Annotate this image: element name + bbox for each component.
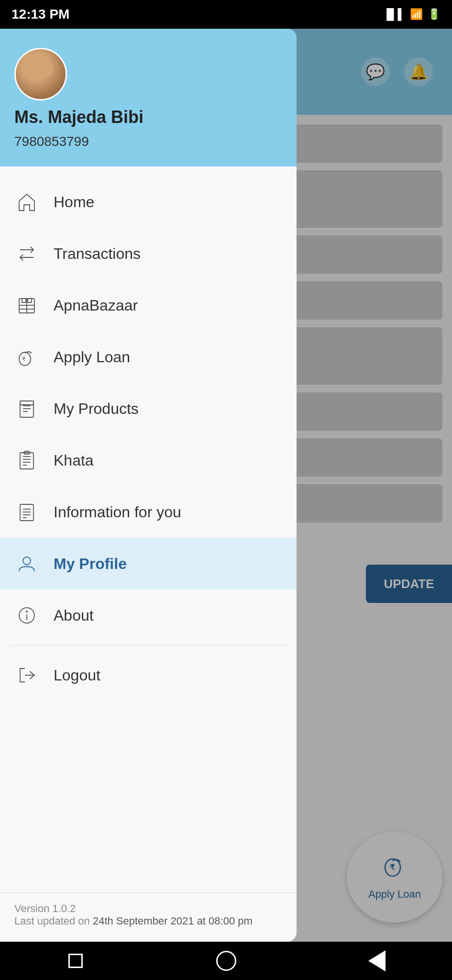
sidebar-item-apna-bazaar-label: ApnaBazaar <box>54 297 138 314</box>
version-label: Version 1.0.2 <box>14 902 76 914</box>
bazaar-icon <box>14 293 39 318</box>
sidebar-item-logout[interactable]: Logout <box>0 649 297 701</box>
battery-icon: 🔋 <box>428 8 441 21</box>
svg-rect-10 <box>20 401 33 417</box>
nav-square-icon <box>68 954 83 968</box>
last-updated: Last updated on 24th September 2021 at 0… <box>14 915 282 927</box>
nav-circle-icon <box>216 951 236 971</box>
nav-triangle-icon <box>368 950 386 971</box>
avatar <box>14 48 67 100</box>
nav-recents-btn[interactable] <box>363 947 391 975</box>
svg-point-26 <box>23 557 31 565</box>
transactions-icon <box>14 241 39 266</box>
drawer-header: Ms. Majeda Bibi 7980853799 <box>0 29 297 167</box>
sidebar-item-my-products[interactable]: My Products <box>0 383 297 434</box>
drawer-menu: Home Transactions <box>0 167 297 892</box>
sidebar-item-home[interactable]: Home <box>0 176 297 228</box>
drawer-footer: Version 1.0.2 Last updated on 24th Septe… <box>0 892 297 942</box>
svg-point-29 <box>26 611 28 612</box>
sidebar-item-my-products-label: My Products <box>54 400 139 418</box>
version-info: Version 1.0.2 <box>14 902 282 915</box>
loan-icon: ₹ <box>14 345 39 369</box>
sidebar-item-about[interactable]: About <box>0 590 297 641</box>
svg-rect-3 <box>22 299 26 302</box>
svg-rect-4 <box>28 299 32 302</box>
sidebar-item-khata[interactable]: Khata <box>0 434 297 486</box>
sidebar-item-my-profile-label: My Profile <box>54 555 127 573</box>
sidebar-item-khata-label: Khata <box>54 452 94 469</box>
information-icon <box>14 500 39 524</box>
sidebar-item-about-label: About <box>54 607 94 624</box>
status-time: 12:13 PM <box>11 7 69 22</box>
status-bar: 12:13 PM ▐▌▌ 📶 🔋 <box>0 0 452 29</box>
sidebar-item-apna-bazaar[interactable]: ApnaBazaar <box>0 279 297 331</box>
menu-divider <box>10 645 287 646</box>
home-icon <box>14 189 39 214</box>
bottom-nav-bar <box>0 942 452 980</box>
last-updated-prefix: Last updated on <box>14 915 93 927</box>
products-icon <box>14 396 39 421</box>
khata-icon <box>14 448 39 473</box>
wifi-icon: 📶 <box>410 8 423 21</box>
svg-rect-14 <box>20 401 33 405</box>
sidebar-item-logout-label: Logout <box>54 667 100 684</box>
sidebar-item-information-label: Information for you <box>54 503 181 521</box>
user-name: Ms. Majeda Bibi <box>14 107 282 127</box>
signal-icon: ▐▌▌ <box>383 8 405 21</box>
nav-back-btn[interactable] <box>61 947 90 975</box>
profile-icon <box>14 551 39 576</box>
sidebar-item-transactions[interactable]: Transactions <box>0 228 297 279</box>
sidebar-item-home-label: Home <box>54 193 94 211</box>
sidebar-item-transactions-label: Transactions <box>54 245 141 263</box>
logout-icon <box>14 663 39 688</box>
svg-rect-21 <box>20 504 33 521</box>
sidebar-item-my-profile[interactable]: My Profile <box>0 538 297 590</box>
about-icon <box>14 603 39 628</box>
user-phone: 7980853799 <box>14 134 282 149</box>
sidebar-item-information[interactable]: Information for you <box>0 486 297 538</box>
sidebar-item-apply-loan-label: Apply Loan <box>54 348 130 366</box>
nav-home-btn[interactable] <box>212 947 241 975</box>
navigation-drawer: Ms. Majeda Bibi 7980853799 Home Transact… <box>0 29 297 942</box>
svg-text:₹: ₹ <box>22 356 26 363</box>
svg-rect-15 <box>20 453 33 469</box>
last-updated-date: 24th September 2021 at 08:00 pm <box>93 915 253 927</box>
sidebar-item-apply-loan[interactable]: ₹ Apply Loan <box>0 331 297 383</box>
status-icons: ▐▌▌ 📶 🔋 <box>383 8 441 21</box>
